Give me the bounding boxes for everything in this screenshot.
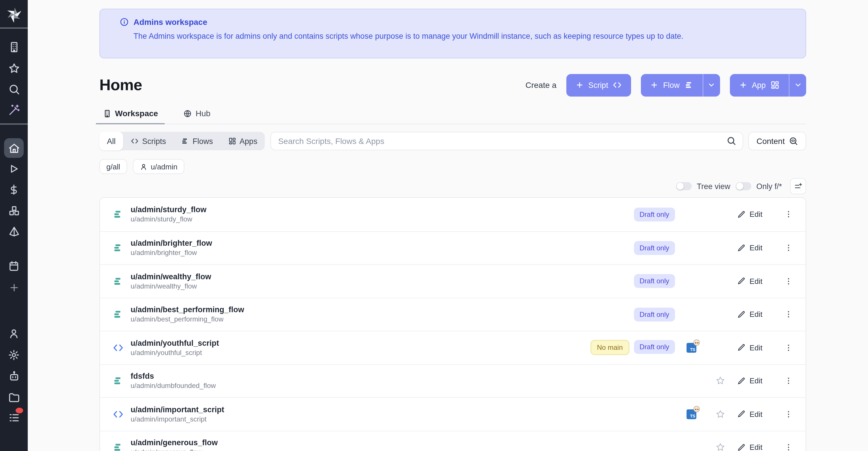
edit-button[interactable]: Edit	[733, 277, 778, 285]
list-item[interactable]: u/admin/generous_flow u/admin/generous_f…	[100, 430, 806, 451]
edit-button[interactable]: Edit	[733, 310, 778, 319]
star-favorite-button[interactable]	[715, 443, 725, 451]
plus-icon	[650, 81, 658, 89]
list-item[interactable]: u/admin/brighter_flow u/admin/brighter_f…	[100, 231, 806, 264]
kebab-menu-button[interactable]	[778, 310, 799, 319]
list-item[interactable]: u/admin/best_performing_flow u/admin/bes…	[100, 298, 806, 331]
edit-button[interactable]: Edit	[733, 210, 778, 219]
list-item[interactable]: u/admin/youthful_script u/admin/youthful…	[100, 331, 806, 364]
kebab-menu-button[interactable]	[778, 244, 799, 252]
edit-button[interactable]: Edit	[733, 443, 778, 451]
item-path: u/admin/sturdy_flow	[131, 215, 207, 223]
list-item[interactable]: u/admin/wealthy_flow u/admin/wealthy_flo…	[100, 264, 806, 298]
edit-button[interactable]: Edit	[733, 377, 778, 385]
sidebar-item-resources[interactable]	[0, 202, 28, 218]
draft-only-badge: Draft only	[634, 241, 675, 255]
pyramid-icon	[8, 225, 20, 237]
edit-button[interactable]: Edit	[733, 244, 778, 252]
windmill-logo-icon[interactable]	[0, 6, 28, 23]
kebab-menu-button[interactable]	[778, 443, 799, 451]
script-icon	[111, 409, 125, 420]
pencil-icon	[737, 377, 745, 385]
create-flow-dropdown[interactable]	[703, 74, 720, 96]
building-icon	[103, 109, 112, 118]
create-flow-button[interactable]: Flow	[641, 74, 720, 96]
filter-apps[interactable]: Apps	[220, 132, 265, 150]
calendar-icon	[8, 260, 20, 272]
pencil-icon	[737, 310, 745, 319]
sidebar-item-triggers[interactable]	[0, 223, 28, 239]
sidebar-item-workers[interactable]	[0, 368, 28, 384]
tag-owner[interactable]: u/admin	[133, 159, 185, 174]
sidebar-item-folders[interactable]	[0, 389, 28, 405]
sidebar-item-settings[interactable]	[0, 347, 28, 363]
star-favorite-button[interactable]	[715, 409, 725, 419]
gear-icon	[8, 349, 20, 361]
search-input[interactable]	[271, 132, 743, 150]
filter-all[interactable]: All	[99, 132, 123, 150]
star-favorite-button[interactable]	[715, 376, 725, 386]
edit-button[interactable]: Edit	[733, 343, 778, 352]
item-title[interactable]: u/admin/important_script	[131, 405, 224, 414]
filter-scripts[interactable]: Scripts	[123, 132, 174, 150]
kebab-menu-button[interactable]	[778, 377, 799, 385]
sidebar-item-runs[interactable]	[0, 161, 28, 177]
kebab-menu-button[interactable]	[778, 210, 799, 219]
sliders-plus-icon	[794, 182, 802, 190]
item-title[interactable]: fdsfds	[131, 372, 216, 381]
tab-hub[interactable]: Hub	[180, 109, 214, 124]
tree-view-toggle[interactable]	[676, 182, 691, 190]
sidebar-item-add[interactable]	[0, 279, 28, 296]
item-title[interactable]: u/admin/youthful_script	[131, 339, 219, 348]
only-f-label: Only f/*	[756, 182, 782, 190]
item-path: u/admin/important_script	[131, 415, 224, 423]
sidebar-divider	[0, 124, 28, 124]
tree-view-label: Tree view	[696, 182, 730, 190]
sidebar-item-home[interactable]	[0, 140, 28, 156]
create-app-dropdown[interactable]	[789, 74, 806, 96]
list-item[interactable]: u/admin/sturdy_flow u/admin/sturdy_flow …	[100, 198, 806, 231]
user-icon	[140, 163, 147, 170]
content-search-button[interactable]: Content	[748, 132, 806, 150]
edit-button[interactable]: Edit	[733, 410, 778, 419]
content-button-label: Content	[756, 137, 785, 146]
user-icon	[8, 328, 20, 339]
create-script-button[interactable]: Script	[566, 74, 631, 96]
item-path: u/admin/generous_flow	[131, 448, 218, 451]
kebab-menu-button[interactable]	[778, 277, 799, 285]
item-title[interactable]: u/admin/sturdy_flow	[131, 206, 207, 214]
sidebar-item-variables[interactable]	[0, 182, 28, 198]
filter-all-label: All	[107, 137, 116, 145]
folder-icon	[8, 391, 20, 403]
kebab-menu-button[interactable]	[778, 410, 799, 419]
draft-only-badge: Draft only	[634, 208, 675, 221]
banner-body: The Admins workspace is for admins only …	[133, 32, 794, 40]
list-item[interactable]: fdsfds u/admin/dumbfounded_flow Edit	[100, 364, 806, 397]
tab-workspace[interactable]: Workspace	[99, 109, 161, 124]
sidebar-item-audit-logs[interactable]	[0, 409, 28, 426]
item-title[interactable]: u/admin/brighter_flow	[131, 239, 212, 248]
item-path: u/admin/brighter_flow	[131, 249, 212, 257]
advanced-filter-button[interactable]	[790, 178, 806, 194]
flow-bars-icon	[684, 80, 693, 90]
filter-flows[interactable]: Flows	[174, 132, 221, 150]
sidebar-item-ai[interactable]	[0, 102, 28, 118]
view-options-row: Tree view Only f/*	[99, 179, 806, 193]
tag-group[interactable]: g/all	[99, 159, 127, 174]
kebab-menu-button[interactable]	[778, 343, 799, 352]
draft-only-badge: Draft only	[634, 308, 675, 322]
list-item[interactable]: u/admin/important_script u/admin/importa…	[100, 397, 806, 430]
create-app-button[interactable]: App	[730, 74, 806, 96]
sidebar-item-workspace[interactable]	[0, 39, 28, 55]
bun-runtime-icon	[693, 406, 700, 412]
sidebar-item-schedules[interactable]	[0, 258, 28, 274]
item-title[interactable]: u/admin/wealthy_flow	[131, 272, 211, 281]
sidebar-item-favorites[interactable]	[0, 60, 28, 76]
only-f-toggle[interactable]	[735, 182, 751, 190]
layout-dashboard-icon	[228, 137, 236, 145]
sidebar-item-account[interactable]	[0, 326, 28, 342]
item-title[interactable]: u/admin/best_performing_flow	[131, 306, 244, 314]
item-title[interactable]: u/admin/generous_flow	[131, 439, 218, 447]
sidebar-item-search[interactable]	[0, 81, 28, 97]
admins-workspace-banner: Admins workspace The Admins workspace is…	[99, 9, 806, 58]
